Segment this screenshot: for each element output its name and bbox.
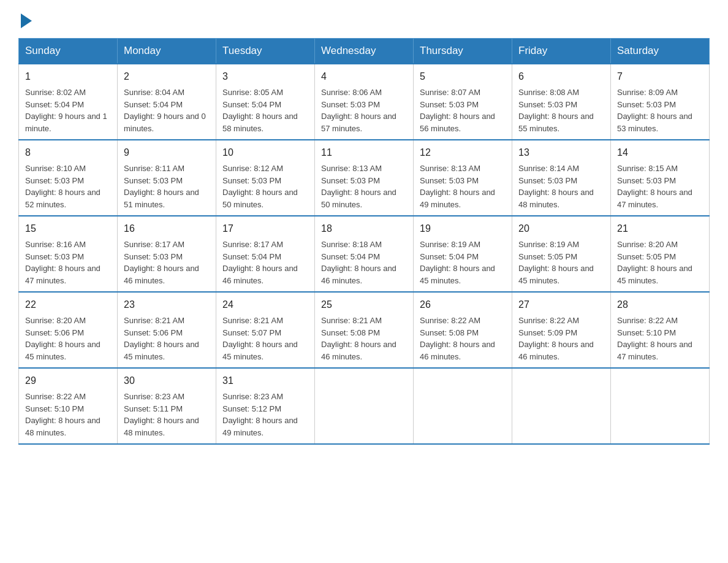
day-number: 11	[321, 145, 407, 160]
day-sunrise: Sunrise: 8:12 AM	[222, 163, 308, 175]
day-sunset: Sunset: 5:11 PM	[124, 403, 210, 415]
day-sunset: Sunset: 5:05 PM	[617, 251, 703, 263]
calendar-cell: 10 Sunrise: 8:12 AM Sunset: 5:03 PM Dayl…	[216, 140, 315, 216]
day-daylight: Daylight: 8 hours and 58 minutes.	[222, 110, 308, 134]
day-header-saturday: Saturday	[611, 39, 710, 64]
day-number: 2	[124, 69, 210, 84]
day-sunrise: Sunrise: 8:20 AM	[25, 315, 111, 327]
day-sunset: Sunset: 5:03 PM	[222, 175, 308, 187]
day-daylight: Daylight: 8 hours and 45 minutes.	[518, 262, 604, 286]
calendar-cell: 26 Sunrise: 8:22 AM Sunset: 5:08 PM Dayl…	[414, 292, 512, 368]
day-daylight: Daylight: 8 hours and 48 minutes.	[124, 415, 210, 439]
calendar-cell: 13 Sunrise: 8:14 AM Sunset: 5:03 PM Dayl…	[512, 140, 611, 216]
day-sunset: Sunset: 5:04 PM	[124, 99, 210, 111]
day-daylight: Daylight: 8 hours and 45 minutes.	[222, 339, 308, 362]
day-sunrise: Sunrise: 8:22 AM	[25, 391, 111, 403]
day-sunrise: Sunrise: 8:11 AM	[124, 163, 210, 175]
day-sunset: Sunset: 5:03 PM	[124, 251, 210, 263]
day-daylight: Daylight: 8 hours and 50 minutes.	[222, 186, 308, 210]
day-sunset: Sunset: 5:12 PM	[222, 403, 308, 415]
week-row-5: 29 Sunrise: 8:22 AM Sunset: 5:10 PM Dayl…	[19, 368, 710, 444]
calendar-cell: 27 Sunrise: 8:22 AM Sunset: 5:09 PM Dayl…	[512, 292, 611, 368]
day-daylight: Daylight: 8 hours and 45 minutes.	[25, 339, 111, 362]
calendar-cell: 16 Sunrise: 8:17 AM Sunset: 5:03 PM Dayl…	[118, 216, 216, 292]
day-sunset: Sunset: 5:03 PM	[617, 99, 703, 111]
day-number: 27	[518, 297, 604, 312]
day-daylight: Daylight: 8 hours and 45 minutes.	[124, 339, 210, 362]
day-sunset: Sunset: 5:09 PM	[518, 327, 604, 339]
day-sunrise: Sunrise: 8:19 AM	[420, 239, 506, 251]
calendar-cell: 11 Sunrise: 8:13 AM Sunset: 5:03 PM Dayl…	[315, 140, 414, 216]
day-number: 8	[25, 145, 111, 160]
day-number: 28	[617, 297, 703, 312]
week-row-3: 15 Sunrise: 8:16 AM Sunset: 5:03 PM Dayl…	[19, 216, 710, 292]
day-sunset: Sunset: 5:03 PM	[124, 175, 210, 187]
day-daylight: Daylight: 8 hours and 45 minutes.	[617, 262, 703, 286]
logo-triangle-icon	[21, 13, 32, 28]
day-number: 31	[222, 373, 308, 388]
day-sunset: Sunset: 5:03 PM	[617, 175, 703, 187]
day-number: 15	[25, 221, 111, 236]
calendar-cell: 14 Sunrise: 8:15 AM Sunset: 5:03 PM Dayl…	[611, 140, 710, 216]
calendar-cell: 17 Sunrise: 8:17 AM Sunset: 5:04 PM Dayl…	[216, 216, 315, 292]
day-number: 1	[25, 69, 111, 84]
calendar-cell: 21 Sunrise: 8:20 AM Sunset: 5:05 PM Dayl…	[611, 216, 710, 292]
day-daylight: Daylight: 8 hours and 46 minutes.	[222, 262, 308, 286]
day-sunrise: Sunrise: 8:14 AM	[518, 163, 604, 175]
day-sunrise: Sunrise: 8:10 AM	[25, 163, 111, 175]
day-sunrise: Sunrise: 8:13 AM	[420, 163, 506, 175]
day-sunset: Sunset: 5:03 PM	[321, 99, 407, 111]
day-number: 23	[124, 297, 210, 312]
day-sunrise: Sunrise: 8:20 AM	[617, 239, 703, 251]
day-sunset: Sunset: 5:10 PM	[25, 403, 111, 415]
day-sunrise: Sunrise: 8:23 AM	[124, 391, 210, 403]
calendar-cell: 5 Sunrise: 8:07 AM Sunset: 5:03 PM Dayli…	[414, 64, 512, 140]
day-daylight: Daylight: 8 hours and 47 minutes.	[25, 262, 111, 286]
day-number: 24	[222, 297, 308, 312]
day-daylight: Daylight: 8 hours and 57 minutes.	[321, 110, 407, 134]
day-daylight: Daylight: 8 hours and 51 minutes.	[124, 186, 210, 210]
day-number: 29	[25, 373, 111, 388]
calendar-cell: 24 Sunrise: 8:21 AM Sunset: 5:07 PM Dayl…	[216, 292, 315, 368]
day-number: 6	[518, 69, 604, 84]
day-sunrise: Sunrise: 8:05 AM	[222, 86, 308, 99]
calendar-cell	[611, 368, 710, 444]
day-sunrise: Sunrise: 8:16 AM	[25, 239, 111, 251]
day-sunset: Sunset: 5:04 PM	[321, 251, 407, 263]
day-daylight: Daylight: 9 hours and 0 minutes.	[124, 110, 210, 134]
day-sunrise: Sunrise: 8:17 AM	[124, 239, 210, 251]
day-daylight: Daylight: 8 hours and 52 minutes.	[25, 186, 111, 210]
day-sunset: Sunset: 5:04 PM	[222, 251, 308, 263]
day-sunrise: Sunrise: 8:07 AM	[420, 86, 506, 99]
calendar-cell	[512, 368, 611, 444]
day-daylight: Daylight: 8 hours and 46 minutes.	[321, 339, 407, 362]
day-sunrise: Sunrise: 8:17 AM	[222, 239, 308, 251]
calendar-cell: 8 Sunrise: 8:10 AM Sunset: 5:03 PM Dayli…	[19, 140, 118, 216]
day-sunset: Sunset: 5:06 PM	[124, 327, 210, 339]
day-sunrise: Sunrise: 8:04 AM	[124, 86, 210, 99]
day-daylight: Daylight: 9 hours and 1 minute.	[25, 110, 111, 134]
day-sunset: Sunset: 5:03 PM	[420, 175, 506, 187]
day-header-monday: Monday	[118, 39, 216, 64]
week-row-1: 1 Sunrise: 8:02 AM Sunset: 5:04 PM Dayli…	[19, 64, 710, 140]
day-daylight: Daylight: 8 hours and 48 minutes.	[518, 186, 604, 210]
week-row-2: 8 Sunrise: 8:10 AM Sunset: 5:03 PM Dayli…	[19, 140, 710, 216]
day-number: 12	[420, 145, 506, 160]
day-sunrise: Sunrise: 8:13 AM	[321, 163, 407, 175]
day-sunset: Sunset: 5:07 PM	[222, 327, 308, 339]
day-sunset: Sunset: 5:06 PM	[25, 327, 111, 339]
day-header-sunday: Sunday	[19, 39, 118, 64]
day-number: 21	[617, 221, 703, 236]
calendar-cell: 28 Sunrise: 8:22 AM Sunset: 5:10 PM Dayl…	[611, 292, 710, 368]
day-daylight: Daylight: 8 hours and 47 minutes.	[617, 339, 703, 362]
day-daylight: Daylight: 8 hours and 50 minutes.	[321, 186, 407, 210]
day-sunset: Sunset: 5:03 PM	[518, 175, 604, 187]
day-sunset: Sunset: 5:05 PM	[518, 251, 604, 263]
day-header-thursday: Thursday	[414, 39, 512, 64]
day-sunrise: Sunrise: 8:22 AM	[617, 315, 703, 327]
day-sunset: Sunset: 5:04 PM	[25, 99, 111, 111]
day-daylight: Daylight: 8 hours and 46 minutes.	[124, 262, 210, 286]
day-sunset: Sunset: 5:08 PM	[321, 327, 407, 339]
calendar-cell	[315, 368, 414, 444]
calendar-table: SundayMondayTuesdayWednesdayThursdayFrid…	[18, 38, 710, 445]
